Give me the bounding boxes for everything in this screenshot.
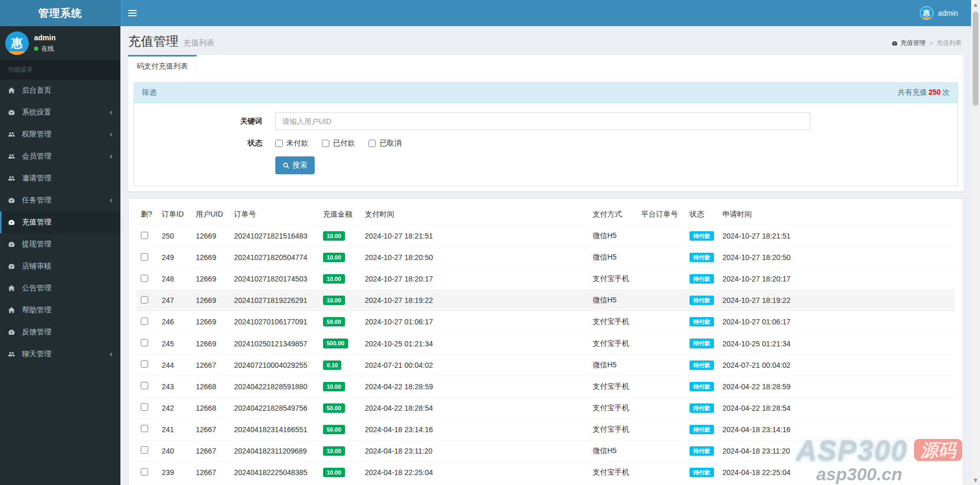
tab-qr-recharge-list[interactable]: 码支付充值列表 xyxy=(128,55,197,77)
cell-order-no: 202404182225048385 xyxy=(230,462,319,483)
sidebar-item[interactable]: 系统设置 ‹ xyxy=(0,101,120,123)
row-delete-checkbox[interactable] xyxy=(141,339,148,346)
sidebar-item[interactable]: 邀请管理 ‹ xyxy=(0,167,120,189)
sidebar-item-label: 店铺审核 xyxy=(22,262,51,271)
status-option-label: 已付款 xyxy=(333,139,355,148)
sidebar-item-label: 反馈管理 xyxy=(22,328,51,337)
user-avatar: 惠 xyxy=(920,6,933,20)
cell-user-uid: 12669 xyxy=(192,290,230,311)
cell-order-no: 202410271820504774 xyxy=(230,247,319,268)
search-button[interactable]: 搜索 xyxy=(275,156,315,174)
cell-user-uid: 12669 xyxy=(192,311,230,333)
tab-content: 筛选 共有充值250次 关键词 状态 xyxy=(128,77,963,191)
cell-pay-time: 2024-10-27 18:20:50 xyxy=(361,247,588,268)
row-delete-checkbox[interactable] xyxy=(141,446,148,454)
cell-platform-no xyxy=(637,333,685,354)
cell-user-uid: 12668 xyxy=(192,397,230,419)
row-delete-checkbox[interactable] xyxy=(141,318,148,325)
cell-user-uid: 12667 xyxy=(192,354,230,376)
cell-order-id: 239 xyxy=(158,462,192,483)
breadcrumb-level1[interactable]: 充值管理 xyxy=(900,39,926,48)
cell-order-no: 202404182311209689 xyxy=(230,440,319,461)
dashboard-icon xyxy=(892,40,898,47)
total-prefix: 共有充值 xyxy=(898,88,927,96)
sidebar-item-label: 系统设置 xyxy=(22,108,51,117)
status-checkbox-option[interactable]: 未付款 xyxy=(275,139,308,148)
row-delete-checkbox[interactable] xyxy=(141,468,148,476)
status-checkbox-option[interactable]: 已取消 xyxy=(369,139,402,148)
vertical-scrollbar[interactable]: ▲ ▼ xyxy=(971,0,980,485)
status-badge: 待付款 xyxy=(689,360,714,370)
sidebar-item[interactable]: 店铺审核 ‹ xyxy=(0,255,120,277)
row-delete-checkbox[interactable] xyxy=(141,253,148,261)
sidebar-item[interactable]: 帮助管理 ‹ xyxy=(0,299,120,321)
sidebar-item-label: 权限管理 xyxy=(22,130,51,139)
sidebar-item-label: 邀请管理 xyxy=(22,174,51,183)
status-option-label: 已取消 xyxy=(380,139,402,148)
gauge-icon xyxy=(8,219,18,226)
sidebar-toggle-icon[interactable] xyxy=(120,0,144,26)
user-menu[interactable]: 惠 admin xyxy=(920,0,958,26)
amount-badge: 50.00 xyxy=(323,317,345,326)
sidebar-item[interactable]: 任务管理 ‹ xyxy=(0,189,120,211)
scroll-down-icon[interactable]: ▼ xyxy=(974,476,977,485)
sidebar-item[interactable]: 聊天管理 ‹ xyxy=(0,343,120,365)
sidebar-item-label: 聊天管理 xyxy=(22,349,51,359)
table-row: 243 12668 202404221828591880 10.00 2024-… xyxy=(137,376,955,397)
gauge-icon xyxy=(8,109,18,116)
table-row: 240 12667 202404182311209689 10.00 2024-… xyxy=(137,440,955,461)
scroll-up-icon[interactable]: ▲ xyxy=(974,0,977,9)
cell-pay-method: 支付宝手机 xyxy=(588,333,637,354)
sidebar-item[interactable]: 充值管理 ‹ xyxy=(0,211,120,233)
column-header: 状态 xyxy=(685,204,718,225)
sidebar-item[interactable]: 公告管理 ‹ xyxy=(0,277,120,299)
cell-order-no: 202410271821516483 xyxy=(230,225,319,247)
table-header-row: 删?订单ID用户UID订单号充值金额支付时间支付方式平台订单号状态申请时间 xyxy=(137,204,955,225)
cell-pay-time: 2024-10-25 01:21:34 xyxy=(361,333,588,354)
keyword-input[interactable] xyxy=(275,112,810,130)
sidebar-item[interactable]: 反馈管理 ‹ xyxy=(0,321,120,343)
app-logo[interactable]: 管理系统 xyxy=(0,0,120,26)
sidebar-user-panel: 惠 admin 在线 xyxy=(0,26,120,60)
navbar: 惠 admin xyxy=(120,0,980,26)
column-header: 平台订单号 xyxy=(637,204,685,225)
amount-badge: 10.00 xyxy=(323,231,345,241)
table-body: 250 12669 202410271821516483 10.00 2024-… xyxy=(137,225,955,483)
row-delete-checkbox[interactable] xyxy=(141,275,148,282)
sidebar-item[interactable]: 权限管理 ‹ xyxy=(0,123,120,145)
row-delete-checkbox[interactable] xyxy=(141,296,148,303)
sidebar-item[interactable]: 后台首页 ‹ xyxy=(0,80,120,101)
table-row: 249 12669 202410271820504774 10.00 2024-… xyxy=(137,247,955,268)
search-icon xyxy=(283,162,289,169)
cell-pay-method: 微信H5 xyxy=(588,247,637,268)
cell-platform-no xyxy=(637,440,685,461)
status-checkbox[interactable] xyxy=(369,140,376,147)
row-delete-checkbox[interactable] xyxy=(141,382,148,389)
status-badge: 待付款 xyxy=(689,253,714,262)
scrollbar-thumb[interactable] xyxy=(973,12,978,106)
status-checkbox-option[interactable]: 已付款 xyxy=(322,139,355,148)
cell-order-id: 247 xyxy=(158,290,192,311)
row-delete-checkbox[interactable] xyxy=(141,360,148,368)
table-row: 241 12667 202404182314166551 50.00 2024-… xyxy=(137,419,955,440)
cell-platform-no xyxy=(637,462,685,483)
status-badge: 待付款 xyxy=(689,403,714,413)
cell-apply-time: 2024-10-25 01:21:34 xyxy=(718,333,955,354)
sidebar-item[interactable]: 提现管理 ‹ xyxy=(0,233,120,255)
row-delete-checkbox[interactable] xyxy=(141,403,148,411)
row-delete-checkbox[interactable] xyxy=(141,232,148,239)
cell-platform-no xyxy=(637,311,685,333)
row-delete-checkbox[interactable] xyxy=(141,425,148,432)
column-header: 订单ID xyxy=(158,204,192,225)
user-status[interactable]: 在线 xyxy=(34,44,55,53)
breadcrumb: 充值管理 > 充值列表 xyxy=(892,39,962,48)
cell-order-no: 202410250121349857 xyxy=(230,333,319,354)
sidebar-item[interactable]: 会员管理 ‹ xyxy=(0,145,120,167)
table-row: 244 12667 202407210004029255 0.10 2024-0… xyxy=(137,354,955,376)
status-checkbox[interactable] xyxy=(322,140,329,147)
status-checkbox[interactable] xyxy=(275,140,283,147)
table-row: 250 12669 202410271821516483 10.00 2024-… xyxy=(137,225,955,247)
recharge-total: 共有充值250次 xyxy=(898,88,950,97)
cell-pay-method: 支付宝手机 xyxy=(588,462,637,483)
online-status-label: 在线 xyxy=(41,44,54,53)
